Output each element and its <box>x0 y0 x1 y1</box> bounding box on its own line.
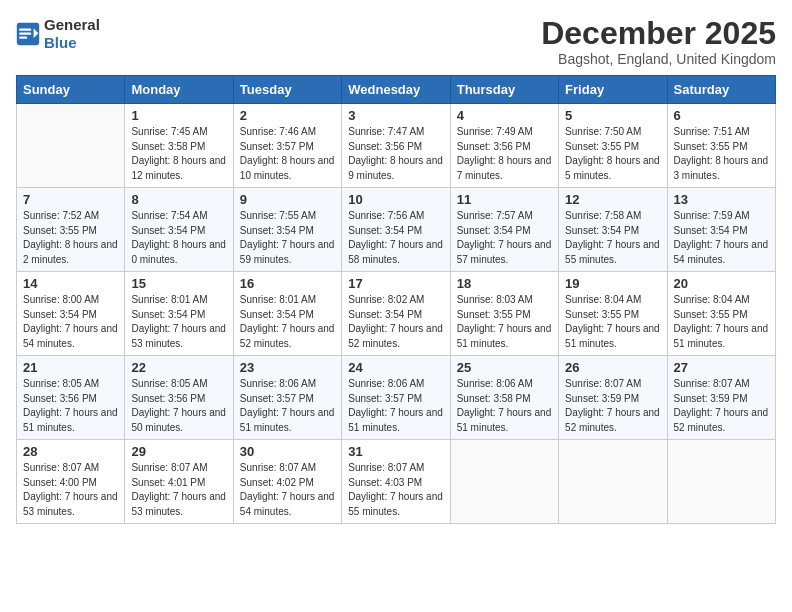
sunset-text: Sunset: 3:54 PM <box>457 225 531 236</box>
calendar-cell: 11 Sunrise: 7:57 AM Sunset: 3:54 PM Dayl… <box>450 188 558 272</box>
calendar-cell: 7 Sunrise: 7:52 AM Sunset: 3:55 PM Dayli… <box>17 188 125 272</box>
sunrise-text: Sunrise: 8:06 AM <box>457 378 533 389</box>
day-info: Sunrise: 7:52 AM Sunset: 3:55 PM Dayligh… <box>23 209 118 267</box>
sunrise-text: Sunrise: 8:01 AM <box>131 294 207 305</box>
daylight-text: Daylight: 7 hours and 51 minutes. <box>457 407 552 433</box>
daylight-text: Daylight: 7 hours and 59 minutes. <box>240 239 335 265</box>
sunrise-text: Sunrise: 7:50 AM <box>565 126 641 137</box>
sunrise-text: Sunrise: 7:47 AM <box>348 126 424 137</box>
calendar-cell: 10 Sunrise: 7:56 AM Sunset: 3:54 PM Dayl… <box>342 188 450 272</box>
sunset-text: Sunset: 4:02 PM <box>240 477 314 488</box>
col-friday: Friday <box>559 76 667 104</box>
calendar-cell <box>17 104 125 188</box>
day-number: 20 <box>674 276 769 291</box>
calendar-cell: 15 Sunrise: 8:01 AM Sunset: 3:54 PM Dayl… <box>125 272 233 356</box>
day-number: 1 <box>131 108 226 123</box>
day-info: Sunrise: 8:07 AM Sunset: 3:59 PM Dayligh… <box>674 377 769 435</box>
sunrise-text: Sunrise: 7:49 AM <box>457 126 533 137</box>
col-saturday: Saturday <box>667 76 775 104</box>
sunset-text: Sunset: 3:55 PM <box>565 141 639 152</box>
sunset-text: Sunset: 3:54 PM <box>23 309 97 320</box>
calendar-cell <box>667 440 775 524</box>
day-number: 22 <box>131 360 226 375</box>
day-number: 17 <box>348 276 443 291</box>
calendar-cell: 30 Sunrise: 8:07 AM Sunset: 4:02 PM Dayl… <box>233 440 341 524</box>
daylight-text: Daylight: 7 hours and 54 minutes. <box>240 491 335 517</box>
daylight-text: Daylight: 7 hours and 54 minutes. <box>674 239 769 265</box>
sunrise-text: Sunrise: 7:52 AM <box>23 210 99 221</box>
sunset-text: Sunset: 3:54 PM <box>240 225 314 236</box>
page-header: General Blue December 2025 Bagshot, Engl… <box>16 16 776 67</box>
sunrise-text: Sunrise: 8:07 AM <box>23 462 99 473</box>
daylight-text: Daylight: 7 hours and 53 minutes. <box>131 323 226 349</box>
weekday-header-row: Sunday Monday Tuesday Wednesday Thursday… <box>17 76 776 104</box>
calendar-cell: 26 Sunrise: 8:07 AM Sunset: 3:59 PM Dayl… <box>559 356 667 440</box>
calendar-cell: 14 Sunrise: 8:00 AM Sunset: 3:54 PM Dayl… <box>17 272 125 356</box>
sunset-text: Sunset: 3:54 PM <box>131 225 205 236</box>
daylight-text: Daylight: 7 hours and 50 minutes. <box>131 407 226 433</box>
calendar-cell: 20 Sunrise: 8:04 AM Sunset: 3:55 PM Dayl… <box>667 272 775 356</box>
sunset-text: Sunset: 3:54 PM <box>565 225 639 236</box>
day-info: Sunrise: 7:58 AM Sunset: 3:54 PM Dayligh… <box>565 209 660 267</box>
day-number: 4 <box>457 108 552 123</box>
svg-rect-4 <box>19 36 27 38</box>
calendar-cell: 4 Sunrise: 7:49 AM Sunset: 3:56 PM Dayli… <box>450 104 558 188</box>
sunset-text: Sunset: 3:55 PM <box>457 309 531 320</box>
week-row-5: 28 Sunrise: 8:07 AM Sunset: 4:00 PM Dayl… <box>17 440 776 524</box>
sunset-text: Sunset: 3:57 PM <box>240 393 314 404</box>
sunrise-text: Sunrise: 7:58 AM <box>565 210 641 221</box>
calendar-cell: 24 Sunrise: 8:06 AM Sunset: 3:57 PM Dayl… <box>342 356 450 440</box>
day-number: 23 <box>240 360 335 375</box>
sunrise-text: Sunrise: 8:05 AM <box>131 378 207 389</box>
daylight-text: Daylight: 7 hours and 53 minutes. <box>23 491 118 517</box>
title-block: December 2025 Bagshot, England, United K… <box>541 16 776 67</box>
day-info: Sunrise: 8:03 AM Sunset: 3:55 PM Dayligh… <box>457 293 552 351</box>
calendar-cell: 9 Sunrise: 7:55 AM Sunset: 3:54 PM Dayli… <box>233 188 341 272</box>
week-row-4: 21 Sunrise: 8:05 AM Sunset: 3:56 PM Dayl… <box>17 356 776 440</box>
day-info: Sunrise: 8:04 AM Sunset: 3:55 PM Dayligh… <box>674 293 769 351</box>
sunrise-text: Sunrise: 8:05 AM <box>23 378 99 389</box>
day-info: Sunrise: 7:54 AM Sunset: 3:54 PM Dayligh… <box>131 209 226 267</box>
day-info: Sunrise: 8:07 AM Sunset: 4:00 PM Dayligh… <box>23 461 118 519</box>
sunrise-text: Sunrise: 8:06 AM <box>348 378 424 389</box>
sunrise-text: Sunrise: 8:00 AM <box>23 294 99 305</box>
daylight-text: Daylight: 8 hours and 5 minutes. <box>565 155 660 181</box>
day-number: 30 <box>240 444 335 459</box>
daylight-text: Daylight: 8 hours and 12 minutes. <box>131 155 226 181</box>
col-thursday: Thursday <box>450 76 558 104</box>
col-tuesday: Tuesday <box>233 76 341 104</box>
calendar-cell: 8 Sunrise: 7:54 AM Sunset: 3:54 PM Dayli… <box>125 188 233 272</box>
calendar-cell: 13 Sunrise: 7:59 AM Sunset: 3:54 PM Dayl… <box>667 188 775 272</box>
daylight-text: Daylight: 7 hours and 51 minutes. <box>348 407 443 433</box>
day-number: 9 <box>240 192 335 207</box>
daylight-text: Daylight: 7 hours and 55 minutes. <box>348 491 443 517</box>
week-row-1: 1 Sunrise: 7:45 AM Sunset: 3:58 PM Dayli… <box>17 104 776 188</box>
daylight-text: Daylight: 8 hours and 10 minutes. <box>240 155 335 181</box>
day-info: Sunrise: 8:04 AM Sunset: 3:55 PM Dayligh… <box>565 293 660 351</box>
day-number: 28 <box>23 444 118 459</box>
location: Bagshot, England, United Kingdom <box>541 51 776 67</box>
calendar-cell: 28 Sunrise: 8:07 AM Sunset: 4:00 PM Dayl… <box>17 440 125 524</box>
day-number: 14 <box>23 276 118 291</box>
daylight-text: Daylight: 8 hours and 3 minutes. <box>674 155 769 181</box>
sunset-text: Sunset: 4:01 PM <box>131 477 205 488</box>
sunrise-text: Sunrise: 8:02 AM <box>348 294 424 305</box>
calendar-cell: 18 Sunrise: 8:03 AM Sunset: 3:55 PM Dayl… <box>450 272 558 356</box>
day-info: Sunrise: 7:59 AM Sunset: 3:54 PM Dayligh… <box>674 209 769 267</box>
sunset-text: Sunset: 3:54 PM <box>674 225 748 236</box>
day-number: 8 <box>131 192 226 207</box>
sunset-text: Sunset: 3:55 PM <box>674 309 748 320</box>
sunset-text: Sunset: 3:59 PM <box>674 393 748 404</box>
month-title: December 2025 <box>541 16 776 51</box>
day-number: 12 <box>565 192 660 207</box>
calendar-cell: 29 Sunrise: 8:07 AM Sunset: 4:01 PM Dayl… <box>125 440 233 524</box>
day-info: Sunrise: 8:07 AM Sunset: 4:03 PM Dayligh… <box>348 461 443 519</box>
sunset-text: Sunset: 3:56 PM <box>457 141 531 152</box>
sunset-text: Sunset: 3:56 PM <box>348 141 422 152</box>
calendar-cell: 1 Sunrise: 7:45 AM Sunset: 3:58 PM Dayli… <box>125 104 233 188</box>
sunset-text: Sunset: 3:57 PM <box>348 393 422 404</box>
daylight-text: Daylight: 7 hours and 51 minutes. <box>674 323 769 349</box>
day-number: 19 <box>565 276 660 291</box>
calendar-cell: 17 Sunrise: 8:02 AM Sunset: 3:54 PM Dayl… <box>342 272 450 356</box>
daylight-text: Daylight: 7 hours and 53 minutes. <box>131 491 226 517</box>
